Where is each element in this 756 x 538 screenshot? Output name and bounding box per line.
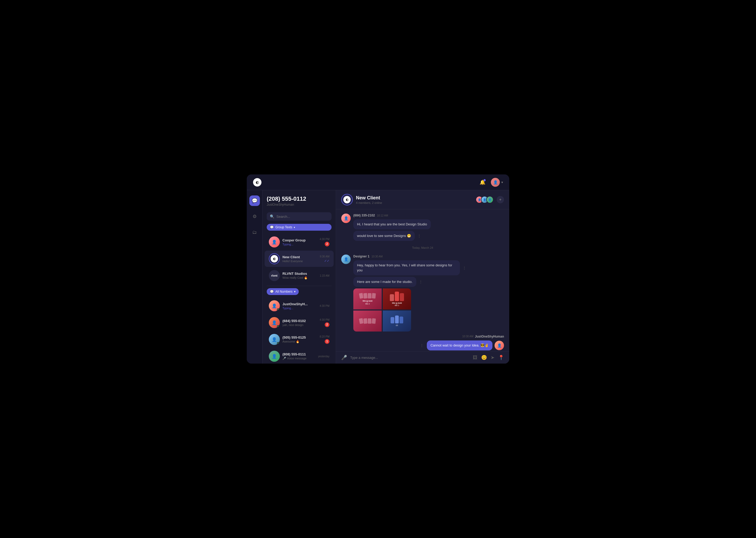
msg-content-sender1: (684) 335-2102 10:12 AM Hi, I heard that…: [353, 214, 431, 241]
more-options-designer1-2[interactable]: ⋮: [418, 279, 424, 285]
more-options-right[interactable]: ⋮: [419, 343, 425, 348]
conv-time-user4: yesterday: [318, 355, 329, 358]
member-avatars: 👤 👤 👤: [476, 196, 494, 203]
messages-nav-icon[interactable]: 💬: [249, 195, 260, 206]
conv-time-user3: 8:20 PM: [320, 335, 329, 338]
conv-item-user2[interactable]: 👤 (684) 555-0102 yah, nice design 4:30 P…: [264, 314, 334, 331]
conv-preview-user2: yah, nice design: [282, 323, 317, 327]
all-numbers-filter[interactable]: 💬 All Numbers ▾: [267, 288, 299, 295]
chat-header-right: 👤 👤 👤 +: [476, 196, 504, 203]
send-icon[interactable]: ➤: [491, 355, 495, 360]
mic-button[interactable]: 🎤: [341, 355, 347, 360]
conv-preview-user3: Awesome 🔥: [282, 340, 317, 343]
bubble-row-1: Hi, I heard that you are the best Design…: [353, 219, 431, 229]
chat-subtitle: 4 members, 2 online: [356, 201, 382, 204]
design-cell-2: title in bold title 2: [383, 289, 411, 309]
conv-preview-user1: Typing...: [282, 306, 317, 310]
conv-info-newclient: New Client Hello! Everyone: [282, 255, 317, 263]
conv-name-user2: (684) 555-0102: [282, 319, 317, 323]
conv-item-cooper[interactable]: 👤 Cooper Group Typing... 4:30 PM 2: [264, 234, 334, 250]
design-cell-4: £3: [383, 310, 411, 332]
bottle-4: [391, 317, 394, 323]
phone-number: (208) 555-0112: [267, 195, 332, 202]
conv-name-user3: (505) 555-0125: [282, 336, 317, 340]
user-avatar-button[interactable]: 👤 ▾: [491, 178, 503, 187]
conv-meta-cooper: 4:30 PM 2: [320, 238, 329, 246]
card-rect-7: [368, 318, 371, 324]
more-options-designer1[interactable]: ⋮: [461, 265, 467, 271]
bubble-designer1-2: Here are some I made for the studio.: [353, 277, 416, 287]
conv-name-newclient: New Client: [282, 255, 317, 259]
card-rect-2: [363, 293, 367, 298]
settings-nav-icon[interactable]: ⚙: [249, 211, 260, 222]
chat-title-block: New Client 4 members, 2 online: [356, 195, 382, 204]
bubble-row-2: would love to see some Designs 😁 ⋮: [353, 231, 431, 241]
conv-name-cooper: Cooper Group: [282, 238, 317, 242]
card1-subtitle: title 2: [365, 303, 370, 305]
conv-item-rlvnt[interactable]: rlvnt RLVNT Studios Wow really Cool 🔥 1:…: [264, 267, 334, 284]
card-rect-4: [372, 293, 376, 298]
message-input[interactable]: [350, 356, 470, 360]
top-bar-right: 🔔 👤 ▾: [478, 178, 503, 187]
location-icon[interactable]: 📍: [498, 355, 504, 360]
group-conversation-items: 👤 Cooper Group Typing... 4:30 PM 2 ◐: [262, 233, 336, 363]
chat-logo: ◐: [343, 196, 351, 203]
msg-meta-sender1: (684) 335-2102 10:12 AM: [353, 214, 431, 217]
top-bar: ◐ 🔔 👤 ▾: [247, 175, 509, 190]
main-layout: 💬 ⚙ 🗂 (208) 555-0112 JustOneShyHuman 🔍 💬…: [247, 190, 509, 363]
conv-item-user4[interactable]: 👤 (808) 555-0111 🎤 Voice message yesterd…: [264, 348, 334, 363]
conv-avatar-user4: 👤: [269, 351, 280, 362]
conv-name-user4: (808) 555-0111: [282, 352, 315, 356]
conv-info-user4: (808) 555-0111 🎤 Voice message: [282, 352, 315, 360]
input-area: 🎤 🖼 😊 ➤ 📍: [336, 351, 509, 363]
bottle-6: [400, 317, 403, 323]
chat-header-left: ◐ New Client 4 members, 2 online: [341, 194, 382, 205]
bottle-3: [400, 293, 404, 301]
bubble-sender1-2: would love to see some Designs 😁: [353, 231, 415, 241]
emoji-icon[interactable]: 😊: [481, 355, 487, 360]
folder-nav-icon[interactable]: 🗂: [249, 227, 260, 238]
conv-time-user2: 4:30 PM: [320, 318, 329, 321]
icon-sidebar: 💬 ⚙ 🗂: [247, 190, 262, 363]
chat-header: ◐ New Client 4 members, 2 online 👤 👤 👤 +: [336, 190, 509, 209]
conv-avatar-user3: 👤: [269, 334, 280, 345]
image-attach-icon[interactable]: 🖼: [473, 355, 478, 360]
notification-icon[interactable]: 🔔: [478, 178, 487, 187]
conv-meta-user2: 4:30 PM 2: [320, 318, 329, 327]
bottle-group-blue: [391, 315, 403, 323]
conv-avatar-user1: 👤: [269, 300, 280, 311]
bubble-designer1-1: Hey, happy to hear from you. Yes, I will…: [353, 260, 460, 275]
separator: [267, 286, 332, 286]
group-texts-label: Group Texts: [275, 225, 292, 229]
all-numbers-label: All Numbers: [275, 290, 292, 294]
design-image-grid: title in bold title 2: [353, 289, 411, 332]
conv-time-newclient: 9:36 AM: [320, 255, 329, 258]
user-avatar: 👤: [491, 178, 500, 187]
card1-title-underline: in: [366, 300, 368, 302]
conv-item-newclient[interactable]: ◐ New Client Hello! Everyone 9:36 AM ✓✓: [264, 250, 334, 267]
conv-avatar-cooper: 👤: [269, 237, 280, 247]
conv-avatar-rlvnt: rlvnt: [269, 270, 280, 281]
more-options-icon[interactable]: ⋮: [416, 233, 422, 239]
conv-item-user3[interactable]: 👤 (505) 555-0125 Awesome 🔥 8:20 PM 1: [264, 331, 334, 348]
conv-meta-user1: 4:30 PM: [320, 304, 329, 307]
right-message-time: 10:30 AM: [462, 335, 473, 338]
group-texts-filter[interactable]: 💬 Group Texts ▾: [267, 224, 332, 231]
conv-preview-cooper: Typing...: [282, 243, 317, 246]
search-input[interactable]: [276, 215, 328, 219]
add-member-button[interactable]: +: [496, 196, 504, 203]
conv-item-user1[interactable]: 👤 JustOneShyH... Typing... 4:30 PM: [264, 297, 334, 314]
search-bar[interactable]: 🔍: [267, 212, 332, 221]
bottle-2: [395, 292, 399, 301]
conv-preview-rlvnt: Wow really Cool 🔥: [282, 276, 317, 280]
design-card-2: title in bold title 2: [383, 289, 411, 309]
all-numbers-chevron: ▾: [294, 290, 296, 294]
conv-info-cooper: Cooper Group Typing...: [282, 238, 317, 246]
card1-title: title in bold: [362, 300, 372, 302]
bottle-5: [395, 315, 399, 323]
bubble-row-designer1-2: Here are some I made for the studio. ⋮: [353, 277, 467, 287]
msg-row-sender1: 👤 (684) 335-2102 10:12 AM Hi, I heard th…: [341, 214, 504, 241]
card-rect-5: [359, 318, 363, 324]
bottle-group: [390, 292, 404, 301]
chevron-icon: ▾: [294, 226, 295, 229]
